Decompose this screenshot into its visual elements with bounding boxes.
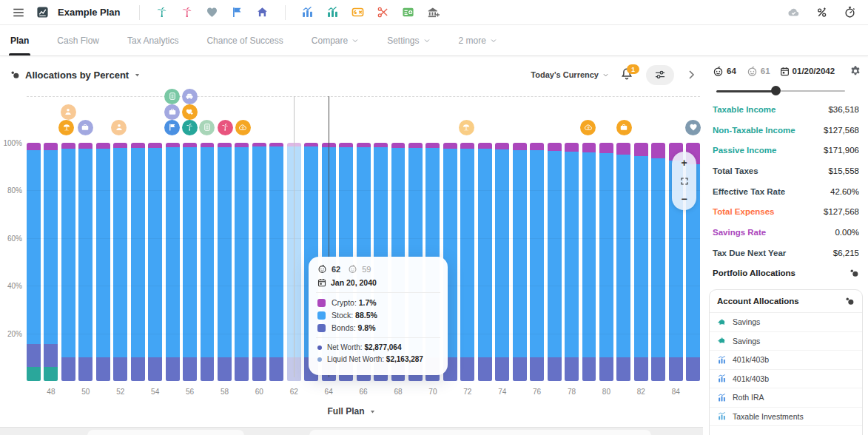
bar-age-62[interactable]: 62 (287, 143, 301, 381)
taxable-investments-account-row[interactable]: Taxable Investments (710, 408, 862, 427)
home-button[interactable] (255, 4, 271, 21)
goal-event-milestone[interactable] (164, 120, 180, 135)
date-picker[interactable]: 01/20/2042 (780, 67, 835, 76)
cloud-sync-button[interactable] (785, 4, 801, 21)
metric-non-taxable-income[interactable]: Non-Taxable Income$127,568 (713, 120, 859, 141)
bar-age-49[interactable] (61, 143, 75, 381)
bar-age-58[interactable]: 58 (218, 143, 232, 381)
healthcare-event-milestone[interactable] (182, 104, 198, 120)
tab-chance-of-success[interactable]: Chance of Success (206, 25, 283, 55)
work-event-milestone[interactable] (616, 120, 632, 135)
account-allocations-header[interactable]: Account Allocations (710, 290, 862, 313)
bar-age-77[interactable] (548, 143, 562, 381)
metric-total-expenses[interactable]: Total Expenses$127,568 (713, 201, 859, 222)
palm-tree-teal-button[interactable] (154, 4, 170, 21)
metric-passive-income[interactable]: Passive Income$171,906 (713, 140, 859, 161)
slider-handle[interactable] (771, 86, 781, 95)
currency-selector[interactable]: Today's Currency (531, 70, 609, 79)
badge-card-button[interactable] (400, 4, 417, 21)
bar-age-78[interactable]: 78 (565, 143, 579, 381)
metric-value: 42.60% (830, 187, 859, 196)
metric-savings-rate[interactable]: Savings Rate0.00% (713, 222, 859, 243)
bar-age-55[interactable] (166, 143, 180, 381)
bar-age-59[interactable] (235, 143, 249, 381)
document-event-2-milestone[interactable] (199, 120, 215, 135)
savings-account-row[interactable]: Savings (710, 313, 862, 332)
bar-age-52[interactable]: 52 (113, 143, 127, 381)
tab-compare[interactable]: Compare (312, 25, 359, 55)
chart-blue-button[interactable] (300, 4, 316, 21)
transfer-event-2-milestone[interactable] (580, 120, 596, 135)
timer-button[interactable] (841, 4, 858, 21)
bar-age-82[interactable]: 82 (634, 143, 648, 381)
health-event-milestone[interactable] (685, 120, 701, 135)
tab-tax-analytics[interactable]: Tax Analytics (127, 25, 178, 55)
bar-age-76[interactable]: 76 (530, 143, 544, 381)
401k-account-2-row[interactable]: 401k/403b (710, 370, 862, 389)
bar-age-57[interactable] (201, 143, 215, 381)
chart-green-button[interactable] (325, 4, 341, 21)
bank-add-button[interactable] (425, 4, 442, 21)
bar-age-47[interactable] (27, 143, 41, 381)
vacation-event-2-milestone[interactable] (218, 120, 233, 135)
career-event-milestone[interactable] (164, 104, 180, 120)
bar-age-74[interactable]: 74 (495, 143, 509, 381)
bar-age-51[interactable] (96, 143, 110, 381)
stock-segment (530, 150, 544, 357)
bar-age-56[interactable]: 56 (183, 143, 197, 381)
tax-tool-button[interactable] (350, 4, 366, 21)
timeline-slider[interactable] (716, 86, 845, 96)
tab-cash-flow[interactable]: Cash Flow (57, 25, 99, 55)
bar-age-80[interactable]: 80 (599, 143, 613, 381)
chart-settings-button[interactable] (646, 65, 674, 85)
zoom-in-button[interactable]: + (678, 156, 691, 169)
bar-age-79[interactable] (582, 143, 596, 381)
bar-age-72[interactable]: 72 (460, 143, 474, 381)
bar-age-60[interactable]: 60 (252, 143, 266, 381)
vacation-event-milestone[interactable] (182, 120, 198, 135)
notifications-button[interactable]: 1 (620, 67, 635, 82)
chart-type-selector[interactable]: Allocations by Percent (10, 70, 141, 81)
tab-settings[interactable]: Settings (387, 25, 430, 55)
gear-icon[interactable] (850, 65, 861, 77)
retirement-milestone[interactable] (58, 120, 74, 135)
palm-tree-pink-button[interactable] (179, 4, 195, 21)
bar-age-50[interactable]: 50 (78, 143, 92, 381)
bar-age-83[interactable] (651, 143, 665, 381)
portfolio-allocations-row[interactable]: Portfolio Allocations (713, 263, 859, 284)
bar-age-73[interactable] (478, 143, 492, 381)
bar-age-75[interactable] (513, 143, 527, 381)
plan-range-selector[interactable]: Full Plan (327, 406, 375, 417)
zoom-out-button[interactable]: − (678, 192, 691, 206)
notification-badge: 1 (627, 64, 639, 74)
metric-total-taxes[interactable]: Total Taxes$15,558 (713, 161, 859, 181)
401k-account-row[interactable]: 401k/403b (710, 351, 862, 370)
collapse-panel-chevron[interactable] (685, 69, 697, 81)
metric-taxable-income[interactable]: Taxable Income$36,518 (713, 99, 859, 120)
tab-2-more[interactable]: 2 more (459, 25, 497, 55)
car-purchase-milestone[interactable] (182, 89, 198, 104)
person-event-milestone[interactable] (61, 104, 76, 120)
metric-tax-due-next-year[interactable]: Tax Due Next Year$6,215 (713, 243, 859, 263)
cut-tool-button[interactable] (375, 4, 391, 21)
percent-magic-button[interactable] (813, 4, 830, 21)
goal-flag-button[interactable] (229, 4, 246, 21)
bar-age-61[interactable] (269, 143, 283, 381)
savings-account-2-row[interactable]: Savings (710, 332, 862, 351)
bar-age-81[interactable] (616, 143, 630, 381)
metric-effective-tax-rate[interactable]: Effective Tax Rate42.60% (713, 181, 859, 202)
bar-age-48[interactable]: 48 (44, 143, 58, 381)
menu-button[interactable] (10, 4, 27, 21)
health-heart-button[interactable] (204, 4, 221, 21)
document-event-milestone[interactable] (164, 89, 180, 104)
zoom-reset-button[interactable] (678, 175, 691, 188)
transfer-event-milestone[interactable] (235, 120, 251, 135)
roth-ira-account-row[interactable]: Roth IRA (710, 388, 862, 408)
job-event-milestone[interactable] (78, 120, 93, 135)
person-event-2-milestone[interactable] (111, 120, 127, 135)
x-axis-tick: 60 (255, 388, 263, 396)
tab-plan[interactable]: Plan (10, 25, 29, 55)
retirement-2-milestone[interactable] (459, 120, 474, 135)
bar-age-54[interactable]: 54 (148, 143, 162, 381)
bar-age-53[interactable] (131, 143, 145, 381)
